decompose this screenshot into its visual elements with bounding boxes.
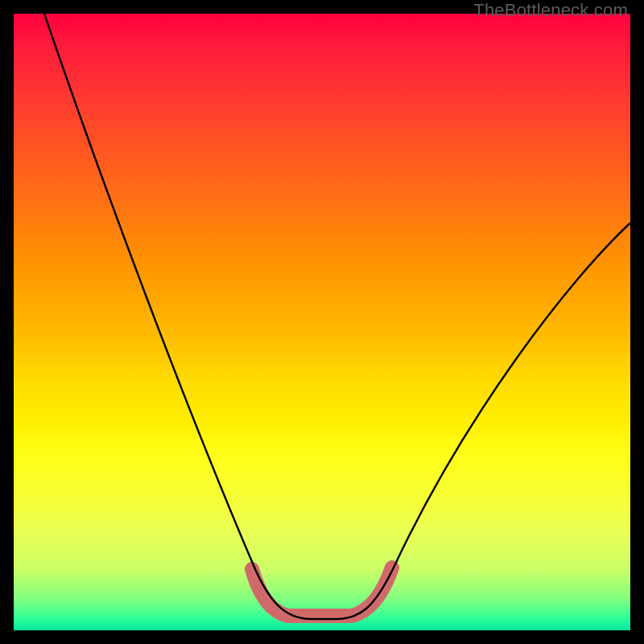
curve-left-branch xyxy=(44,14,312,619)
optimal-band-overlay xyxy=(252,568,392,616)
chart-frame: TheBottleneck.com xyxy=(0,0,644,644)
chart-svg xyxy=(14,14,630,630)
curve-right-branch xyxy=(336,223,630,619)
plot-area xyxy=(14,14,630,630)
watermark-text: TheBottleneck.com xyxy=(473,0,628,21)
